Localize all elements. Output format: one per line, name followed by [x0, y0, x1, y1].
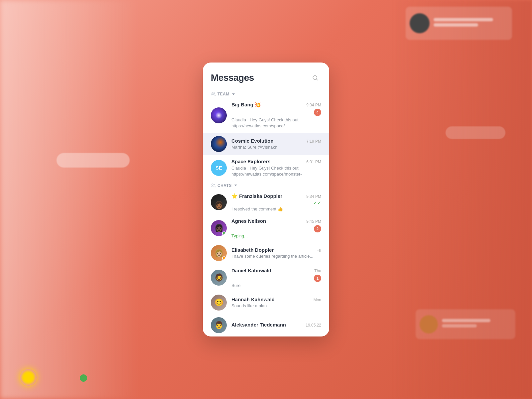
chat-time: 9:45 PM	[306, 219, 321, 224]
team-label: TEAM	[217, 92, 229, 96]
page-title: Messages	[211, 72, 254, 83]
chat-item-agnes[interactable]: 👩🏿 Agnes Neilson 9:45 PM 2 Typing...	[203, 215, 329, 242]
ghost-line	[442, 319, 490, 322]
ghost-avatar-bottom	[420, 315, 438, 333]
search-icon	[312, 75, 318, 81]
svg-point-2	[212, 184, 213, 186]
chat-top-row: ⭐ Franziska Doppler 9:34 PM ✓✓	[231, 193, 321, 205]
avatar-face: 👩🏾	[214, 201, 223, 209]
avatar-hannah: 😊	[211, 295, 227, 311]
chat-preview: Claudia : Hey Guys! Check this out https…	[231, 117, 321, 129]
avatar-daniel: 🧔	[211, 270, 227, 286]
chat-preview: Martha: Sure @Vishakh	[231, 145, 321, 150]
chat-name: Agnes Neilson	[231, 218, 266, 224]
chat-name: ⭐ Franziska Doppler	[231, 193, 282, 199]
chat-item-space-explorers[interactable]: SE Space Explorers 6:01 PM Claudia : Hey…	[203, 155, 329, 181]
chat-content-franziska: ⭐ Franziska Doppler 9:34 PM ✓✓ I resolve…	[231, 193, 321, 211]
chat-preview-typing: Typing...	[231, 233, 321, 238]
chat-item-cosmic-evolution[interactable]: Cosmic Evolution 7:19 PM Martha: Sure @V…	[203, 133, 329, 155]
double-check-icon: ✓✓	[313, 200, 321, 205]
unread-badge: 1	[314, 275, 321, 282]
chat-content-hannah: Hannah Kahnwald Mon Sounds like a plan	[231, 297, 321, 308]
chat-content-cosmic: Cosmic Evolution 7:19 PM Martha: Sure @V…	[231, 138, 321, 150]
avatar-space-explorers: SE	[211, 160, 227, 176]
ghost-card-bottom-right	[416, 309, 515, 339]
ghost-sun-icon	[20, 369, 37, 386]
avatar-big-bang	[211, 107, 227, 123]
chat-name: Daniel Kahnwald	[231, 268, 271, 273]
chat-content-aleksander: Aleksander Tiedemann 19.05.22	[231, 322, 321, 329]
unread-badge: 2	[314, 225, 321, 232]
chat-right: 9:34 PM ✓✓	[304, 194, 321, 205]
ghost-card-top-right	[406, 7, 512, 40]
avatar-cosmic-evolution	[211, 136, 227, 152]
section-label-chats: CHATS	[203, 181, 329, 190]
chat-preview: Sure	[231, 283, 321, 288]
chat-content-space-explorers: Space Explorers 6:01 PM Claudia : Hey Gu…	[231, 159, 321, 177]
bg-blur-left	[0, 0, 140, 399]
chats-chevron-icon[interactable]	[234, 185, 237, 186]
chat-time: 9:34 PM	[306, 103, 321, 107]
avatar-face: 😊	[214, 298, 223, 307]
ghost-pill-right	[446, 126, 505, 139]
chat-top-row: Agnes Neilson 9:45 PM 2	[231, 218, 321, 232]
chat-top-row: Aleksander Tiedemann 19.05.22	[231, 322, 321, 328]
chat-top-row: Big Bang 💥 9:34 PM 4	[231, 102, 321, 116]
avatar-face: 👨	[214, 321, 223, 330]
chat-content-daniel: Daniel Kahnwald Thu 1 Sure	[231, 268, 321, 288]
chat-item-hannah[interactable]: 😊 Hannah Kahnwald Mon Sounds like a plan	[203, 291, 329, 314]
chat-content-agnes: Agnes Neilson 9:45 PM 2 Typing...	[231, 218, 321, 238]
chat-name: Elisabeth Doppler	[231, 247, 274, 253]
chat-time: 19.05.22	[306, 323, 321, 328]
chat-right: 9:34 PM 4	[304, 103, 321, 116]
chat-name: Aleksander Tiedemann	[231, 322, 286, 328]
chat-item-franziska[interactable]: 👩🏾 ⭐ Franziska Doppler 9:34 PM ✓✓ I reso…	[203, 190, 329, 215]
ghost-line	[434, 23, 478, 27]
chat-time: Thu	[314, 269, 321, 273]
chat-top-row: Space Explorers 6:01 PM	[231, 159, 321, 164]
ghost-lines	[434, 18, 508, 29]
chat-item-elisabeth[interactable]: 👩🏼 Elisabeth Doppler Fri I have some que…	[203, 242, 329, 264]
chat-name: Big Bang 💥	[231, 102, 261, 108]
chat-top-row: Hannah Kahnwald Mon	[231, 297, 321, 302]
unread-badge: 4	[314, 109, 321, 116]
section-label-team: TEAM	[203, 89, 329, 98]
chats-icon	[211, 183, 215, 188]
chat-item-daniel[interactable]: 🧔 Daniel Kahnwald Thu 1 Sure	[203, 264, 329, 291]
avatar-face: 🧔	[214, 273, 223, 282]
chats-label: CHATS	[217, 183, 232, 188]
avatar-franziska: 👩🏾	[211, 194, 227, 210]
chat-item-aleksander[interactable]: 👨 Aleksander Tiedemann 19.05.22	[203, 314, 329, 336]
chat-preview: Sounds like a plan	[231, 303, 321, 308]
messages-card: Messages TEAM Big Bang 💥 9:34 PM 4	[203, 63, 329, 336]
chat-preview: I resolved the comment 👍	[231, 206, 321, 211]
ghost-line	[434, 18, 493, 21]
ghost-lines-bottom	[442, 319, 511, 330]
avatar-face: 👩🏿	[214, 224, 223, 232]
chat-time: 7:19 PM	[306, 139, 321, 144]
chat-name: Cosmic Evolution	[231, 138, 274, 144]
chat-name: Hannah Kahnwald	[231, 297, 275, 302]
chat-time: Fri	[317, 248, 321, 253]
ghost-pill-left	[57, 153, 130, 168]
chat-time: 9:34 PM	[306, 194, 321, 199]
team-chevron-icon[interactable]	[232, 93, 235, 95]
avatar-face: 👩🏼	[214, 249, 223, 257]
chat-preview: Claudia : Hey Guys! Check this out https…	[231, 165, 321, 177]
bg-blur-right	[392, 0, 532, 399]
chat-top-row: Elisabeth Doppler Fri	[231, 247, 321, 253]
search-button[interactable]	[309, 72, 321, 84]
chat-time: Mon	[314, 298, 321, 302]
chat-preview: I have some queries regarding the articl…	[231, 254, 321, 259]
avatar-aleksander: 👨	[211, 317, 227, 333]
ghost-avatar-top	[410, 13, 430, 33]
svg-point-1	[212, 92, 213, 94]
chat-content-elisabeth: Elisabeth Doppler Fri I have some querie…	[231, 247, 321, 259]
chat-right: 9:45 PM 2	[304, 219, 321, 232]
chat-right: Thu 1	[312, 269, 321, 282]
chat-top-row: Cosmic Evolution 7:19 PM	[231, 138, 321, 144]
avatar-agnes: 👩🏿	[211, 220, 227, 236]
chat-time: 6:01 PM	[306, 160, 321, 164]
chat-item-big-bang[interactable]: Big Bang 💥 9:34 PM 4 Claudia : Hey Guys!…	[203, 98, 329, 132]
team-icon	[211, 92, 215, 96]
